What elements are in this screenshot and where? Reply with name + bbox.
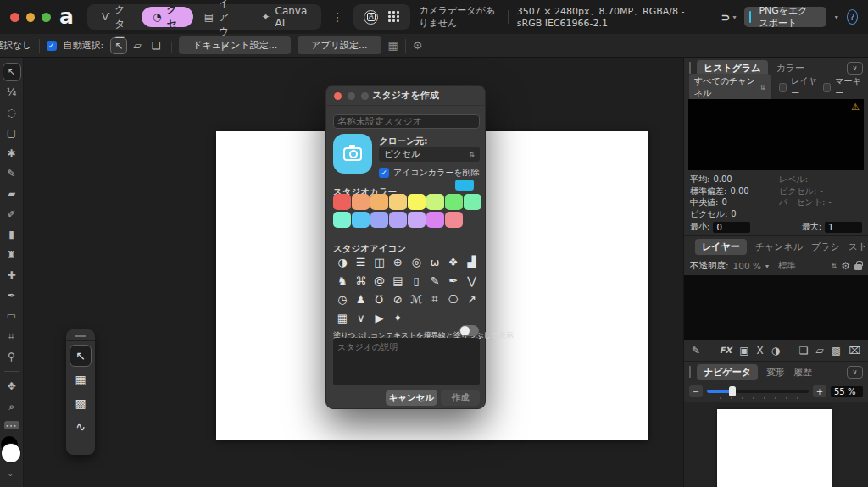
blend-mode-value[interactable]: 標準 (778, 260, 796, 272)
color-swatch[interactable] (389, 194, 407, 210)
studio-description-textarea[interactable] (333, 338, 480, 385)
swap-colors-icon[interactable]: ⌄ (8, 469, 14, 478)
channel-select[interactable]: すべてのチャンネル ⇅ (689, 74, 771, 101)
zoom-out-button[interactable]: − (689, 385, 703, 397)
zoom-tool[interactable]: ⌕ (3, 397, 21, 416)
layers-list[interactable] (684, 275, 868, 340)
collapse-panel-icon[interactable]: ∨ (847, 366, 863, 379)
new-pattern-icon[interactable]: ▩ (832, 345, 841, 357)
document-icon[interactable]: ▯ (407, 271, 426, 290)
new-group-icon[interactable]: ▱ (816, 345, 824, 357)
palette-perspective-tool[interactable]: ▩ (70, 392, 92, 414)
max-input[interactable] (825, 222, 862, 233)
current-color-swatch[interactable] (455, 180, 474, 191)
nodes-icon[interactable]: ⌘ (352, 271, 370, 290)
color-swatch[interactable] (445, 194, 463, 210)
video-icon[interactable]: ▶ (370, 308, 389, 327)
export-chevron-icon[interactable]: ▾ (835, 14, 838, 21)
contrast-icon[interactable]: ◑ (333, 252, 352, 271)
help-button[interactable]: ? (847, 9, 858, 25)
export-arrow-icon[interactable]: ↗ (463, 290, 481, 308)
opacity-value[interactable]: 100 % (733, 261, 761, 271)
tab-color[interactable]: カラー (776, 62, 805, 75)
live-filter-icon[interactable]: ◑ (771, 345, 780, 357)
slider-knob[interactable] (729, 386, 736, 396)
remove-icon-color-checkbox[interactable]: ✓ (379, 168, 389, 178)
shapes-icon[interactable]: ⎔ (444, 290, 463, 308)
cube-icon[interactable]: ❖ (444, 252, 463, 271)
smart-select-tool[interactable]: ✱ (3, 144, 21, 163)
tab-history[interactable]: 履歴 (793, 366, 812, 379)
tab-brushes[interactable]: ブラシ (811, 241, 840, 253)
pan-tool[interactable]: ✥ (3, 377, 21, 396)
studio-name-input[interactable] (333, 114, 480, 129)
planet-icon[interactable]: ⊘ (388, 290, 407, 308)
palette-liquify-tool[interactable]: ∿ (70, 416, 92, 438)
new-layer-icon[interactable]: ❏ (799, 345, 809, 357)
tab-channels[interactable]: チャンネル (755, 241, 803, 253)
layer-checkbox[interactable] (779, 83, 787, 92)
pencil-tool[interactable]: ✎ (3, 164, 21, 183)
clone-source-select[interactable]: ピクセル ⇅ (379, 147, 480, 162)
scribble-icon[interactable]: ℳ (407, 290, 426, 308)
zoom-slider[interactable] (707, 385, 809, 398)
gear-icon[interactable]: ⚙ (841, 260, 850, 272)
navigator-preview[interactable] (684, 402, 868, 487)
book-icon[interactable]: ◫ (370, 252, 389, 271)
clone-stamp-tool[interactable]: ♜ (3, 246, 21, 264)
color-swatch[interactable] (370, 212, 388, 228)
fill-context-toggle[interactable] (459, 325, 479, 336)
delete-layer-icon[interactable]: ⌧ (849, 345, 860, 357)
mask-layer-icon[interactable]: ▣ (739, 345, 748, 357)
paint-brush-tool[interactable]: ✐ (3, 205, 21, 224)
marquee-ellipse-tool[interactable]: ◌ (3, 103, 21, 122)
language-button[interactable]: A (364, 10, 378, 25)
marquee-rect-tool[interactable]: ▢ (3, 124, 21, 142)
healing-tool[interactable]: ✚ (3, 266, 21, 285)
pen-icon[interactable]: ✒ (444, 271, 463, 290)
auto-select-checkbox[interactable]: ✓ (47, 41, 57, 51)
target-icon[interactable]: ⊕ (388, 252, 407, 271)
tab-stock[interactable]: ストック (849, 241, 868, 253)
persona-tab-canva-ai[interactable]: ✦Canva AI (250, 4, 318, 30)
eraser-tool[interactable]: ▰ (3, 185, 21, 203)
navigator-page-thumbnail[interactable] (717, 409, 832, 487)
color-swatch[interactable] (445, 212, 463, 228)
collapse-panel-icon[interactable]: ∨ (847, 62, 863, 75)
sliders-icon[interactable]: ☰ (352, 252, 370, 271)
color-swatch[interactable] (370, 194, 388, 210)
persona-tab-layout[interactable]: ▤レイアウト (193, 4, 251, 30)
color-swatch[interactable] (426, 194, 444, 210)
pen-tool[interactable]: ✒ (3, 286, 21, 305)
close-window-button[interactable] (10, 13, 19, 22)
color-swatch[interactable] (389, 212, 407, 228)
persona-tab-vector[interactable]: Ѵベクター (91, 4, 142, 30)
vector-v-icon[interactable]: ⋁ (463, 271, 481, 290)
camera-icon[interactable]: ◎ (407, 252, 426, 271)
color-swatch[interactable] (408, 194, 426, 210)
color-picker-tool[interactable]: ⚲ (3, 347, 21, 366)
edit-mask-icon[interactable]: ✎ (692, 345, 700, 357)
create-button[interactable]: 作成 (441, 390, 480, 406)
marquee-checkbox[interactable] (823, 83, 831, 92)
margins-grid-icon[interactable]: ▦ (388, 39, 398, 52)
dialog-close-button[interactable] (334, 92, 342, 100)
gear-icon[interactable]: ⚙ (413, 39, 423, 52)
brush-icon[interactable]: ✎ (426, 271, 444, 290)
palette-mesh-warp-tool[interactable]: ▦ (70, 368, 92, 390)
tab-transform[interactable]: 変形 (766, 366, 785, 379)
rectangle-tool[interactable]: ▭ (3, 307, 21, 325)
layer-effects-icon[interactable]: FX (720, 346, 732, 355)
stack-mode-button[interactable]: ❏ (147, 37, 164, 54)
snapping-control[interactable]: ⊃ ▾ (721, 11, 737, 24)
palette-drag-handle[interactable] (75, 335, 86, 337)
table-icon[interactable]: ▦ (333, 308, 352, 327)
crop-frame-icon[interactable]: ⌗ (426, 290, 444, 308)
zoom-in-button[interactable]: + (813, 385, 826, 397)
tab-navigator[interactable]: ナビゲータ (697, 364, 758, 380)
crop-tool[interactable]: ⌗ (3, 327, 21, 346)
sparkles-icon[interactable]: ✦ (388, 308, 407, 327)
foreground-color-swatch[interactable] (2, 444, 20, 462)
more-tools-button[interactable]: ••• (4, 421, 19, 429)
lock-icon[interactable] (854, 264, 862, 270)
